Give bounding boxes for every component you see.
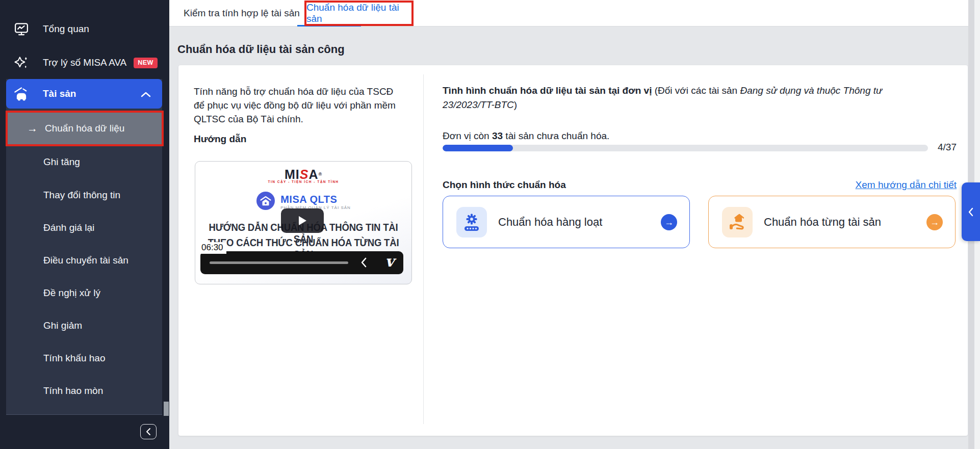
guide-heading: Hướng dẫn	[194, 134, 246, 145]
tab-validate-assets[interactable]: Kiểm tra tính hợp lệ tài sản	[184, 0, 300, 27]
chevron-up-icon[interactable]	[141, 89, 151, 100]
sidebar-collapse-button[interactable]	[140, 424, 157, 439]
arrow-right-icon[interactable]: →	[661, 214, 677, 230]
sidebar-subitem-label: Điều chuyển tài sản	[43, 255, 128, 266]
sidebar-subitem-revaluate[interactable]: Đánh giá lại	[6, 212, 162, 244]
sidebar-subitem-label: Tính hao mòn	[43, 385, 103, 397]
standardize-card: Tính năng hỗ trợ chuẩn hóa dữ liệu của T…	[178, 65, 968, 436]
progress-fill	[443, 145, 513, 151]
page-title: Chuẩn hóa dữ liệu tài sản công	[177, 43, 345, 56]
vimeo-logo[interactable]: v	[385, 252, 394, 270]
sidebar-subitem-label: Đánh giá lại	[43, 222, 94, 233]
tab-bar: Kiểm tra tính hợp lệ tài sản Chuẩn hóa d…	[169, 0, 980, 27]
progress-count-label: 4/37	[938, 142, 957, 153]
tutorial-video-player[interactable]: MISA® TIN CẬY - TIỆN ÍCH - TẬN TÌNH MISA…	[195, 161, 412, 284]
arrow-right-icon[interactable]: →	[926, 214, 943, 230]
choose-method-heading: Chọn hình thức chuẩn hóa	[443, 179, 566, 191]
sidebar-subitem-label: Chuẩn hóa dữ liệu	[45, 123, 124, 134]
batch-gear-icon	[456, 207, 487, 237]
sidebar-item-assets[interactable]: Tài sản	[6, 79, 162, 109]
sidebar-item-label: Tổng quan	[43, 23, 89, 35]
standardize-progress-bar	[443, 145, 928, 151]
new-badge: NEW	[134, 58, 158, 68]
video-scrubber[interactable]	[210, 261, 348, 264]
sidebar-subitem-label: Tính khấu hao	[43, 353, 105, 364]
sidebar-subitem-proposal[interactable]: Đề nghị xử lý	[6, 277, 162, 309]
sidebar-subitem-label: Thay đổi thông tin	[43, 190, 120, 201]
misa-logo: MISA® TIN CẬY - TIỆN ÍCH - TẬN TÌNH	[195, 169, 411, 183]
sidebar-subitem-label: Ghi giảm	[43, 320, 82, 331]
hand-house-icon	[722, 207, 753, 237]
sidebar-subitem-change-info[interactable]: Thay đổi thông tin	[6, 179, 162, 212]
card-label: Chuẩn hóa hàng loạt	[498, 216, 602, 229]
sidebar-item-overview[interactable]: Tổng quan	[6, 14, 162, 44]
sparkles-icon	[14, 55, 29, 70]
remaining-count: 33	[492, 130, 503, 141]
sidebar-subitem-wear[interactable]: Tính hao mòn	[6, 375, 162, 407]
sidebar-scrollbar-thumb[interactable]	[164, 402, 169, 416]
app-window: Tổng quan Trợ lý số MISA AVA NEW	[0, 0, 980, 449]
qlts-app-icon	[256, 191, 275, 213]
side-panel-toggle[interactable]	[962, 182, 980, 241]
sidebar-item-label: Trợ lý số MISA AVA	[43, 57, 126, 68]
video-duration: 06:30	[198, 242, 226, 254]
sidebar-assets-group: Tài sản → Chuẩn hóa dữ liệu Ghi tăng Tha…	[6, 79, 162, 414]
batch-standardize-card[interactable]: Chuẩn hóa hàng loạt →	[443, 196, 690, 248]
status-heading: Tình hình chuẩn hóa dữ liệu tài sản tại …	[443, 84, 932, 112]
chevron-left-icon[interactable]	[360, 257, 367, 270]
sidebar-subitem-label: Ghi tăng	[43, 156, 80, 168]
monitor-chart-icon	[14, 21, 29, 37]
sidebar-item-misa-ava[interactable]: Trợ lý số MISA AVA NEW	[6, 48, 162, 77]
panel-divider	[423, 74, 424, 424]
card-label: Chuẩn hóa từng tài sản	[764, 216, 881, 229]
sidebar: Tổng quan Trợ lý số MISA AVA NEW	[0, 0, 169, 449]
misa-tagline: TIN CẬY - TIỆN ÍCH - TẬN TÌNH	[195, 180, 411, 183]
view-detailed-guide-link[interactable]: Xem hướng dẫn chi tiết	[856, 179, 957, 191]
sidebar-item-label: Tài sản	[43, 88, 76, 99]
method-cards: Chuẩn hóa hàng loạt → Chuẩn hóa từng tài…	[443, 196, 956, 248]
arrow-right-icon: →	[27, 122, 45, 135]
sidebar-subitem-transfer-asset[interactable]: Điều chuyển tài sản	[6, 244, 162, 277]
sidebar-subitem-record-decrease[interactable]: Ghi giảm	[6, 309, 162, 342]
asset-car-icon	[13, 86, 30, 101]
sidebar-subitem-depreciation[interactable]: Tính khấu hao	[6, 342, 162, 375]
tab-label: Chuẩn hóa dữ liệu tài sản	[306, 2, 411, 24]
sidebar-subitem-label: Đề nghị xử lý	[43, 287, 100, 299]
tab-label: Kiểm tra tính hợp lệ tài sản	[184, 8, 300, 19]
play-button[interactable]	[281, 208, 324, 233]
feature-description: Tính năng hỗ trợ chuẩn hóa dữ liệu của T…	[194, 85, 405, 126]
video-control-bar: v	[200, 251, 403, 274]
single-standardize-card[interactable]: Chuẩn hóa từng tài sản →	[708, 196, 956, 248]
sidebar-subitem-standardize-data[interactable]: → Chuẩn hóa dữ liệu	[8, 113, 162, 144]
remaining-assets-text: Đơn vị còn 33 tài sản chưa chuẩn hóa.	[443, 130, 609, 142]
tab-standardize-data[interactable]: Chuẩn hóa dữ liệu tài sản	[304, 1, 414, 26]
sidebar-divider	[6, 414, 162, 415]
qlts-product-name: MISA QLTS	[280, 194, 351, 205]
sidebar-subitem-record-increase[interactable]: Ghi tăng	[6, 146, 162, 178]
